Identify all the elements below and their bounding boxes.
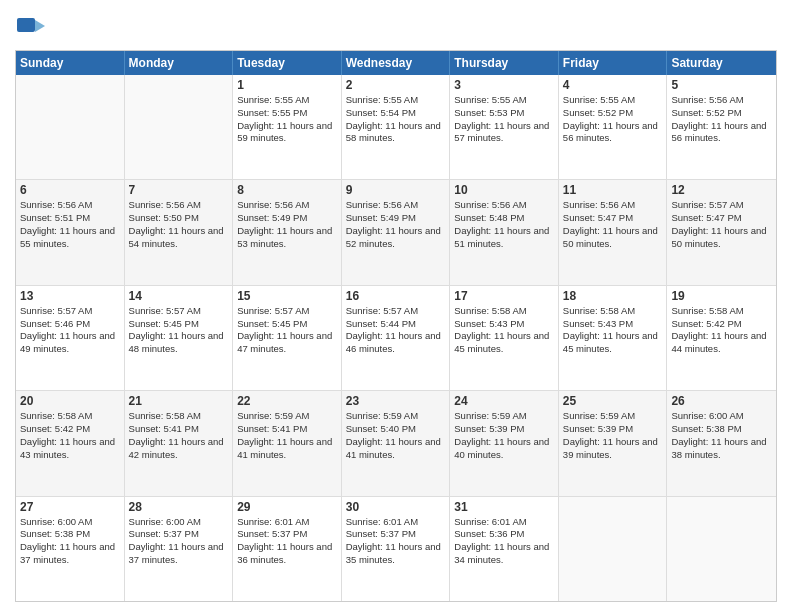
weekday-header: Thursday <box>450 51 559 75</box>
calendar-cell: 31Sunrise: 6:01 AM Sunset: 5:36 PM Dayli… <box>450 497 559 601</box>
day-number: 27 <box>20 500 120 514</box>
day-number: 1 <box>237 78 337 92</box>
cell-info: Sunrise: 6:01 AM Sunset: 5:37 PM Dayligh… <box>237 516 337 567</box>
day-number: 31 <box>454 500 554 514</box>
calendar-cell: 8Sunrise: 5:56 AM Sunset: 5:49 PM Daylig… <box>233 180 342 284</box>
calendar-cell: 30Sunrise: 6:01 AM Sunset: 5:37 PM Dayli… <box>342 497 451 601</box>
cell-info: Sunrise: 6:01 AM Sunset: 5:37 PM Dayligh… <box>346 516 446 567</box>
weekday-header: Tuesday <box>233 51 342 75</box>
cell-info: Sunrise: 5:56 AM Sunset: 5:48 PM Dayligh… <box>454 199 554 250</box>
day-number: 20 <box>20 394 120 408</box>
calendar-cell: 24Sunrise: 5:59 AM Sunset: 5:39 PM Dayli… <box>450 391 559 495</box>
day-number: 25 <box>563 394 663 408</box>
calendar-row: 6Sunrise: 5:56 AM Sunset: 5:51 PM Daylig… <box>16 180 776 285</box>
calendar-cell <box>125 75 234 179</box>
page: SundayMondayTuesdayWednesdayThursdayFrid… <box>0 0 792 612</box>
header <box>15 10 777 42</box>
cell-info: Sunrise: 5:57 AM Sunset: 5:47 PM Dayligh… <box>671 199 772 250</box>
calendar-cell: 14Sunrise: 5:57 AM Sunset: 5:45 PM Dayli… <box>125 286 234 390</box>
cell-info: Sunrise: 5:55 AM Sunset: 5:55 PM Dayligh… <box>237 94 337 145</box>
calendar-row: 1Sunrise: 5:55 AM Sunset: 5:55 PM Daylig… <box>16 75 776 180</box>
cell-info: Sunrise: 5:56 AM Sunset: 5:50 PM Dayligh… <box>129 199 229 250</box>
day-number: 21 <box>129 394 229 408</box>
cell-info: Sunrise: 5:57 AM Sunset: 5:44 PM Dayligh… <box>346 305 446 356</box>
calendar-cell: 26Sunrise: 6:00 AM Sunset: 5:38 PM Dayli… <box>667 391 776 495</box>
calendar-row: 13Sunrise: 5:57 AM Sunset: 5:46 PM Dayli… <box>16 286 776 391</box>
day-number: 28 <box>129 500 229 514</box>
cell-info: Sunrise: 6:00 AM Sunset: 5:38 PM Dayligh… <box>671 410 772 461</box>
day-number: 13 <box>20 289 120 303</box>
cell-info: Sunrise: 5:55 AM Sunset: 5:54 PM Dayligh… <box>346 94 446 145</box>
day-number: 19 <box>671 289 772 303</box>
calendar-cell: 17Sunrise: 5:58 AM Sunset: 5:43 PM Dayli… <box>450 286 559 390</box>
cell-info: Sunrise: 5:56 AM Sunset: 5:49 PM Dayligh… <box>237 199 337 250</box>
calendar-header: SundayMondayTuesdayWednesdayThursdayFrid… <box>16 51 776 75</box>
calendar-cell: 9Sunrise: 5:56 AM Sunset: 5:49 PM Daylig… <box>342 180 451 284</box>
day-number: 17 <box>454 289 554 303</box>
day-number: 9 <box>346 183 446 197</box>
weekday-header: Monday <box>125 51 234 75</box>
calendar-cell: 28Sunrise: 6:00 AM Sunset: 5:37 PM Dayli… <box>125 497 234 601</box>
day-number: 7 <box>129 183 229 197</box>
cell-info: Sunrise: 5:59 AM Sunset: 5:41 PM Dayligh… <box>237 410 337 461</box>
cell-info: Sunrise: 5:56 AM Sunset: 5:51 PM Dayligh… <box>20 199 120 250</box>
calendar-row: 27Sunrise: 6:00 AM Sunset: 5:38 PM Dayli… <box>16 497 776 601</box>
calendar-cell: 6Sunrise: 5:56 AM Sunset: 5:51 PM Daylig… <box>16 180 125 284</box>
day-number: 14 <box>129 289 229 303</box>
day-number: 26 <box>671 394 772 408</box>
day-number: 3 <box>454 78 554 92</box>
cell-info: Sunrise: 6:01 AM Sunset: 5:36 PM Dayligh… <box>454 516 554 567</box>
day-number: 30 <box>346 500 446 514</box>
day-number: 24 <box>454 394 554 408</box>
day-number: 11 <box>563 183 663 197</box>
calendar-row: 20Sunrise: 5:58 AM Sunset: 5:42 PM Dayli… <box>16 391 776 496</box>
cell-info: Sunrise: 5:59 AM Sunset: 5:40 PM Dayligh… <box>346 410 446 461</box>
weekday-header: Saturday <box>667 51 776 75</box>
calendar-cell <box>559 497 668 601</box>
cell-info: Sunrise: 5:56 AM Sunset: 5:47 PM Dayligh… <box>563 199 663 250</box>
day-number: 22 <box>237 394 337 408</box>
cell-info: Sunrise: 5:58 AM Sunset: 5:43 PM Dayligh… <box>454 305 554 356</box>
day-number: 10 <box>454 183 554 197</box>
cell-info: Sunrise: 5:57 AM Sunset: 5:45 PM Dayligh… <box>237 305 337 356</box>
day-number: 16 <box>346 289 446 303</box>
calendar-cell: 7Sunrise: 5:56 AM Sunset: 5:50 PM Daylig… <box>125 180 234 284</box>
cell-info: Sunrise: 5:59 AM Sunset: 5:39 PM Dayligh… <box>563 410 663 461</box>
cell-info: Sunrise: 5:58 AM Sunset: 5:41 PM Dayligh… <box>129 410 229 461</box>
calendar: SundayMondayTuesdayWednesdayThursdayFrid… <box>15 50 777 602</box>
calendar-cell: 12Sunrise: 5:57 AM Sunset: 5:47 PM Dayli… <box>667 180 776 284</box>
svg-rect-0 <box>17 18 35 32</box>
calendar-cell: 13Sunrise: 5:57 AM Sunset: 5:46 PM Dayli… <box>16 286 125 390</box>
weekday-header: Wednesday <box>342 51 451 75</box>
cell-info: Sunrise: 5:59 AM Sunset: 5:39 PM Dayligh… <box>454 410 554 461</box>
weekday-header: Friday <box>559 51 668 75</box>
cell-info: Sunrise: 5:57 AM Sunset: 5:45 PM Dayligh… <box>129 305 229 356</box>
calendar-cell: 4Sunrise: 5:55 AM Sunset: 5:52 PM Daylig… <box>559 75 668 179</box>
day-number: 12 <box>671 183 772 197</box>
calendar-cell: 1Sunrise: 5:55 AM Sunset: 5:55 PM Daylig… <box>233 75 342 179</box>
day-number: 29 <box>237 500 337 514</box>
calendar-cell: 2Sunrise: 5:55 AM Sunset: 5:54 PM Daylig… <box>342 75 451 179</box>
calendar-cell: 3Sunrise: 5:55 AM Sunset: 5:53 PM Daylig… <box>450 75 559 179</box>
calendar-cell: 5Sunrise: 5:56 AM Sunset: 5:52 PM Daylig… <box>667 75 776 179</box>
cell-info: Sunrise: 5:58 AM Sunset: 5:42 PM Dayligh… <box>671 305 772 356</box>
calendar-cell: 25Sunrise: 5:59 AM Sunset: 5:39 PM Dayli… <box>559 391 668 495</box>
calendar-cell: 19Sunrise: 5:58 AM Sunset: 5:42 PM Dayli… <box>667 286 776 390</box>
cell-info: Sunrise: 5:55 AM Sunset: 5:53 PM Dayligh… <box>454 94 554 145</box>
calendar-cell <box>16 75 125 179</box>
cell-info: Sunrise: 5:57 AM Sunset: 5:46 PM Dayligh… <box>20 305 120 356</box>
day-number: 6 <box>20 183 120 197</box>
svg-marker-1 <box>35 20 45 32</box>
calendar-cell: 23Sunrise: 5:59 AM Sunset: 5:40 PM Dayli… <box>342 391 451 495</box>
cell-info: Sunrise: 5:56 AM Sunset: 5:52 PM Dayligh… <box>671 94 772 145</box>
calendar-cell: 22Sunrise: 5:59 AM Sunset: 5:41 PM Dayli… <box>233 391 342 495</box>
cell-info: Sunrise: 6:00 AM Sunset: 5:38 PM Dayligh… <box>20 516 120 567</box>
day-number: 15 <box>237 289 337 303</box>
day-number: 23 <box>346 394 446 408</box>
calendar-cell: 18Sunrise: 5:58 AM Sunset: 5:43 PM Dayli… <box>559 286 668 390</box>
calendar-body: 1Sunrise: 5:55 AM Sunset: 5:55 PM Daylig… <box>16 75 776 601</box>
day-number: 4 <box>563 78 663 92</box>
cell-info: Sunrise: 6:00 AM Sunset: 5:37 PM Dayligh… <box>129 516 229 567</box>
calendar-cell: 27Sunrise: 6:00 AM Sunset: 5:38 PM Dayli… <box>16 497 125 601</box>
cell-info: Sunrise: 5:55 AM Sunset: 5:52 PM Dayligh… <box>563 94 663 145</box>
